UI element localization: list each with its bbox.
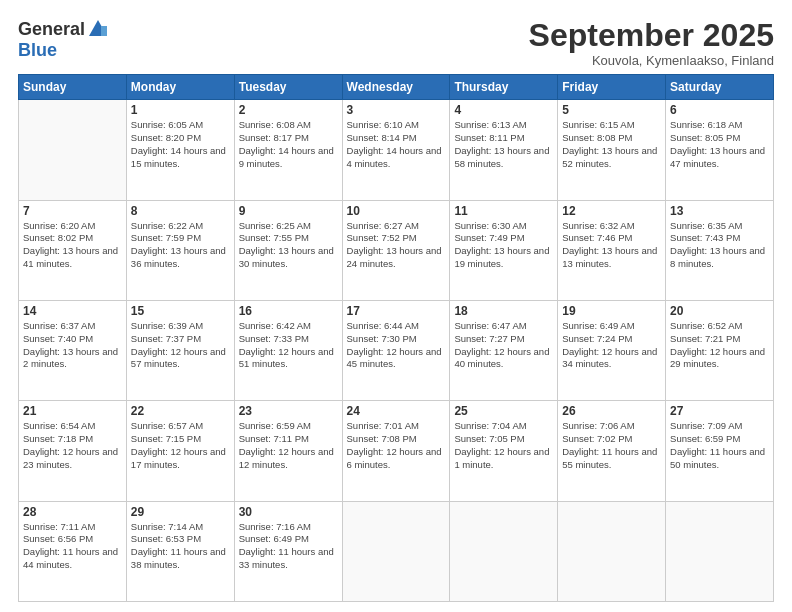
- table-row: 30 Sunrise: 7:16 AMSunset: 6:49 PMDaylig…: [234, 501, 342, 601]
- day-number: 30: [239, 505, 338, 519]
- day-number: 21: [23, 404, 122, 418]
- day-detail: Sunrise: 6:15 AMSunset: 8:08 PMDaylight:…: [562, 119, 657, 168]
- table-row: 7 Sunrise: 6:20 AMSunset: 8:02 PMDayligh…: [19, 200, 127, 300]
- day-detail: Sunrise: 6:47 AMSunset: 7:27 PMDaylight:…: [454, 320, 549, 369]
- table-row: 18 Sunrise: 6:47 AMSunset: 7:27 PMDaylig…: [450, 300, 558, 400]
- table-row: 23 Sunrise: 6:59 AMSunset: 7:11 PMDaylig…: [234, 401, 342, 501]
- title-block: September 2025 Kouvola, Kymenlaakso, Fin…: [529, 18, 774, 68]
- calendar-week-row: 1 Sunrise: 6:05 AMSunset: 8:20 PMDayligh…: [19, 100, 774, 200]
- calendar-week-row: 14 Sunrise: 6:37 AMSunset: 7:40 PMDaylig…: [19, 300, 774, 400]
- table-row: 10 Sunrise: 6:27 AMSunset: 7:52 PMDaylig…: [342, 200, 450, 300]
- table-row: 1 Sunrise: 6:05 AMSunset: 8:20 PMDayligh…: [126, 100, 234, 200]
- day-number: 1: [131, 103, 230, 117]
- calendar-header-row: Sunday Monday Tuesday Wednesday Thursday…: [19, 75, 774, 100]
- day-detail: Sunrise: 6:49 AMSunset: 7:24 PMDaylight:…: [562, 320, 657, 369]
- day-detail: Sunrise: 6:52 AMSunset: 7:21 PMDaylight:…: [670, 320, 765, 369]
- table-row: 13 Sunrise: 6:35 AMSunset: 7:43 PMDaylig…: [666, 200, 774, 300]
- month-title: September 2025: [529, 18, 774, 53]
- table-row: 9 Sunrise: 6:25 AMSunset: 7:55 PMDayligh…: [234, 200, 342, 300]
- col-saturday: Saturday: [666, 75, 774, 100]
- table-row: 6 Sunrise: 6:18 AMSunset: 8:05 PMDayligh…: [666, 100, 774, 200]
- day-detail: Sunrise: 6:59 AMSunset: 7:11 PMDaylight:…: [239, 420, 334, 469]
- day-number: 5: [562, 103, 661, 117]
- day-number: 20: [670, 304, 769, 318]
- day-detail: Sunrise: 6:30 AMSunset: 7:49 PMDaylight:…: [454, 220, 549, 269]
- day-detail: Sunrise: 6:25 AMSunset: 7:55 PMDaylight:…: [239, 220, 334, 269]
- table-row: 17 Sunrise: 6:44 AMSunset: 7:30 PMDaylig…: [342, 300, 450, 400]
- day-number: 10: [347, 204, 446, 218]
- logo: General Blue: [18, 18, 109, 61]
- day-number: 19: [562, 304, 661, 318]
- day-detail: Sunrise: 6:44 AMSunset: 7:30 PMDaylight:…: [347, 320, 442, 369]
- day-detail: Sunrise: 6:18 AMSunset: 8:05 PMDaylight:…: [670, 119, 765, 168]
- day-detail: Sunrise: 7:09 AMSunset: 6:59 PMDaylight:…: [670, 420, 765, 469]
- day-detail: Sunrise: 6:05 AMSunset: 8:20 PMDaylight:…: [131, 119, 226, 168]
- day-detail: Sunrise: 7:04 AMSunset: 7:05 PMDaylight:…: [454, 420, 549, 469]
- day-detail: Sunrise: 6:35 AMSunset: 7:43 PMDaylight:…: [670, 220, 765, 269]
- logo-general-text: General: [18, 19, 85, 40]
- day-number: 13: [670, 204, 769, 218]
- table-row: 12 Sunrise: 6:32 AMSunset: 7:46 PMDaylig…: [558, 200, 666, 300]
- day-detail: Sunrise: 7:06 AMSunset: 7:02 PMDaylight:…: [562, 420, 657, 469]
- col-thursday: Thursday: [450, 75, 558, 100]
- day-number: 27: [670, 404, 769, 418]
- day-detail: Sunrise: 6:37 AMSunset: 7:40 PMDaylight:…: [23, 320, 118, 369]
- day-detail: Sunrise: 6:32 AMSunset: 7:46 PMDaylight:…: [562, 220, 657, 269]
- day-number: 2: [239, 103, 338, 117]
- table-row: [558, 501, 666, 601]
- table-row: 2 Sunrise: 6:08 AMSunset: 8:17 PMDayligh…: [234, 100, 342, 200]
- day-detail: Sunrise: 6:57 AMSunset: 7:15 PMDaylight:…: [131, 420, 226, 469]
- day-number: 11: [454, 204, 553, 218]
- table-row: 3 Sunrise: 6:10 AMSunset: 8:14 PMDayligh…: [342, 100, 450, 200]
- day-number: 28: [23, 505, 122, 519]
- day-number: 7: [23, 204, 122, 218]
- day-number: 23: [239, 404, 338, 418]
- day-number: 25: [454, 404, 553, 418]
- day-number: 9: [239, 204, 338, 218]
- table-row: 15 Sunrise: 6:39 AMSunset: 7:37 PMDaylig…: [126, 300, 234, 400]
- day-number: 22: [131, 404, 230, 418]
- table-row: 29 Sunrise: 7:14 AMSunset: 6:53 PMDaylig…: [126, 501, 234, 601]
- col-wednesday: Wednesday: [342, 75, 450, 100]
- calendar-table: Sunday Monday Tuesday Wednesday Thursday…: [18, 74, 774, 602]
- day-number: 3: [347, 103, 446, 117]
- header: General Blue September 2025 Kouvola, Kym…: [18, 18, 774, 68]
- page: General Blue September 2025 Kouvola, Kym…: [0, 0, 792, 612]
- table-row: 25 Sunrise: 7:04 AMSunset: 7:05 PMDaylig…: [450, 401, 558, 501]
- day-detail: Sunrise: 6:27 AMSunset: 7:52 PMDaylight:…: [347, 220, 442, 269]
- location-subtitle: Kouvola, Kymenlaakso, Finland: [529, 53, 774, 68]
- table-row: 24 Sunrise: 7:01 AMSunset: 7:08 PMDaylig…: [342, 401, 450, 501]
- col-tuesday: Tuesday: [234, 75, 342, 100]
- day-detail: Sunrise: 7:16 AMSunset: 6:49 PMDaylight:…: [239, 521, 334, 570]
- day-number: 26: [562, 404, 661, 418]
- day-detail: Sunrise: 7:01 AMSunset: 7:08 PMDaylight:…: [347, 420, 442, 469]
- table-row: [342, 501, 450, 601]
- day-detail: Sunrise: 7:11 AMSunset: 6:56 PMDaylight:…: [23, 521, 118, 570]
- table-row: [19, 100, 127, 200]
- day-number: 14: [23, 304, 122, 318]
- table-row: 5 Sunrise: 6:15 AMSunset: 8:08 PMDayligh…: [558, 100, 666, 200]
- logo-icon: [87, 18, 109, 40]
- day-detail: Sunrise: 6:39 AMSunset: 7:37 PMDaylight:…: [131, 320, 226, 369]
- table-row: 11 Sunrise: 6:30 AMSunset: 7:49 PMDaylig…: [450, 200, 558, 300]
- table-row: 19 Sunrise: 6:49 AMSunset: 7:24 PMDaylig…: [558, 300, 666, 400]
- table-row: 14 Sunrise: 6:37 AMSunset: 7:40 PMDaylig…: [19, 300, 127, 400]
- day-number: 8: [131, 204, 230, 218]
- day-number: 12: [562, 204, 661, 218]
- day-detail: Sunrise: 6:42 AMSunset: 7:33 PMDaylight:…: [239, 320, 334, 369]
- col-friday: Friday: [558, 75, 666, 100]
- calendar-week-row: 21 Sunrise: 6:54 AMSunset: 7:18 PMDaylig…: [19, 401, 774, 501]
- day-number: 16: [239, 304, 338, 318]
- logo-blue-text: Blue: [18, 40, 57, 61]
- table-row: 8 Sunrise: 6:22 AMSunset: 7:59 PMDayligh…: [126, 200, 234, 300]
- day-detail: Sunrise: 6:08 AMSunset: 8:17 PMDaylight:…: [239, 119, 334, 168]
- day-number: 29: [131, 505, 230, 519]
- day-detail: Sunrise: 6:10 AMSunset: 8:14 PMDaylight:…: [347, 119, 442, 168]
- col-monday: Monday: [126, 75, 234, 100]
- svg-marker-1: [101, 26, 107, 36]
- table-row: 21 Sunrise: 6:54 AMSunset: 7:18 PMDaylig…: [19, 401, 127, 501]
- table-row: 4 Sunrise: 6:13 AMSunset: 8:11 PMDayligh…: [450, 100, 558, 200]
- day-number: 18: [454, 304, 553, 318]
- col-sunday: Sunday: [19, 75, 127, 100]
- day-number: 6: [670, 103, 769, 117]
